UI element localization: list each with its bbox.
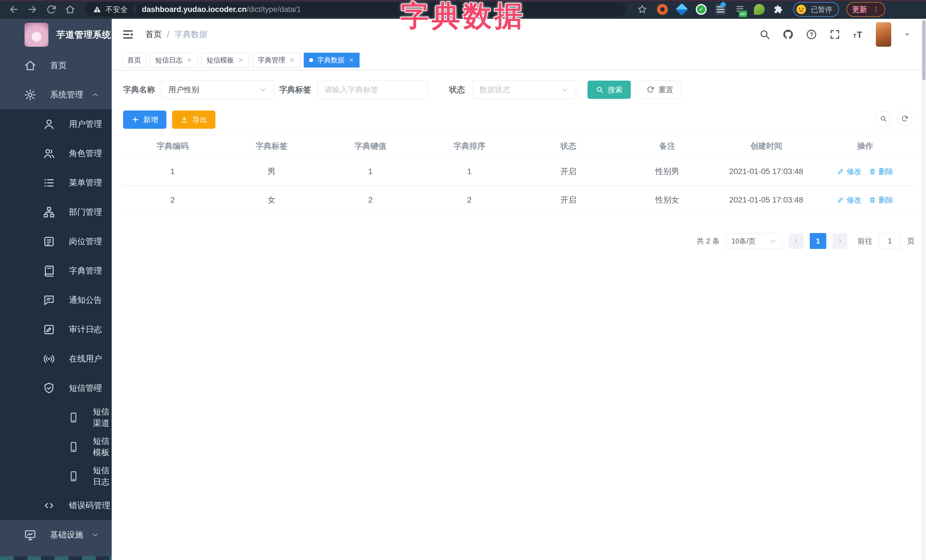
sidebar-item-label: 岗位管理 xyxy=(69,236,102,247)
extension-on-icon[interactable] xyxy=(735,4,745,15)
address-bar[interactable]: 不安全 dashboard.yudao.iocoder.cn /dict/typ… xyxy=(85,2,626,17)
search-button[interactable]: 搜索 xyxy=(587,81,631,99)
sidebar-menu: 首页系统管理用户管理角色管理菜单管理部门管理岗位管理字典管理通知公告审计日志在线… xyxy=(0,51,112,549)
svg-text:T: T xyxy=(853,33,856,39)
sidebar-item-6[interactable]: 部门管理 xyxy=(0,198,112,227)
bookmark-star-icon[interactable] xyxy=(637,4,648,15)
status-placeholder: 数据状态 xyxy=(480,85,510,95)
shield-icon xyxy=(43,382,55,394)
breadcrumb-current: 字典数据 xyxy=(174,29,207,40)
chevron-down-icon[interactable] xyxy=(903,30,911,38)
sidebar-item-9[interactable]: 通知公告 xyxy=(0,285,112,315)
app-logo-row[interactable]: 芋道管理系统 xyxy=(0,19,112,51)
sidebar-item-16[interactable]: 错误码管理 xyxy=(0,491,112,520)
column-header: 操作 xyxy=(816,141,915,151)
export-button[interactable]: 导出 xyxy=(172,110,215,129)
tab-2[interactable]: 短信日志 xyxy=(150,53,198,68)
profile-paused-chip[interactable]: 已暂停 xyxy=(793,2,839,17)
home-icon[interactable] xyxy=(65,4,75,15)
tab-5[interactable]: 字典数据 xyxy=(304,53,360,68)
delete-link[interactable]: 删除 xyxy=(869,195,893,205)
chevron-right-icon xyxy=(837,237,843,245)
close-icon[interactable] xyxy=(289,57,295,63)
back-icon[interactable] xyxy=(9,4,19,15)
delete-link[interactable]: 删除 xyxy=(869,167,893,177)
table-cell: 2 xyxy=(321,195,420,205)
close-icon[interactable] xyxy=(348,57,354,63)
show-search-button[interactable] xyxy=(876,111,891,127)
sidebar-item-13[interactable]: 短信渠道 xyxy=(0,403,112,432)
table-cell: 男 xyxy=(222,166,321,177)
app-title: 芋道管理系统 xyxy=(56,29,111,41)
extension-kite-icon[interactable] xyxy=(676,3,688,16)
scrollbar-thumb[interactable] xyxy=(922,21,925,80)
sidebar-item-2[interactable]: 系统管理 xyxy=(0,80,112,109)
column-header: 字典编码 xyxy=(123,141,222,151)
sidebar-item-17[interactable]: 基础设施 xyxy=(0,520,112,549)
tab-1[interactable]: 首页 xyxy=(122,53,147,68)
fullscreen-icon[interactable] xyxy=(829,29,841,40)
reset-button[interactable]: 重置 xyxy=(638,81,682,99)
sidebar-item-label: 短信日志 xyxy=(93,465,112,488)
kebab-menu-icon[interactable] xyxy=(872,6,879,13)
dict-name-select[interactable]: 用户性别 xyxy=(161,80,274,99)
sidebar-item-4[interactable]: 角色管理 xyxy=(0,139,112,168)
tags-view-bar: 首页短信日志短信模板字典管理字典数据 xyxy=(112,50,921,70)
sidebar-item-7[interactable]: 岗位管理 xyxy=(0,227,112,256)
font-size-icon[interactable]: TT xyxy=(852,29,864,40)
url-host: dashboard.yudao.iocoder.cn xyxy=(142,5,247,14)
dict-label-input[interactable] xyxy=(318,80,427,99)
phone-icon xyxy=(68,471,79,482)
tab-label: 首页 xyxy=(127,56,141,65)
search-icon[interactable] xyxy=(759,29,770,40)
sidebar-item-label: 通知公告 xyxy=(69,294,102,306)
extension-sliders-icon[interactable] xyxy=(715,4,726,15)
extension-check-icon[interactable]: ✓ xyxy=(696,4,707,15)
sidebar-item-1[interactable]: 首页 xyxy=(0,51,112,80)
page-unit-label: 页 xyxy=(907,236,915,246)
sidebar-item-12[interactable]: 短信管理 xyxy=(0,373,112,403)
help-icon[interactable]: ? xyxy=(806,29,817,40)
tab-4[interactable]: 字典管理 xyxy=(253,53,300,68)
page-scrollbar[interactable] xyxy=(921,19,926,560)
goto-page-input[interactable] xyxy=(879,233,901,249)
github-icon[interactable] xyxy=(782,29,794,40)
reload-icon[interactable] xyxy=(46,4,56,15)
forward-icon[interactable] xyxy=(27,4,38,15)
sidebar-item-3[interactable]: 用户管理 xyxy=(0,109,112,139)
sidebar-item-15[interactable]: 短信日志 xyxy=(0,462,112,491)
sidebar-item-label: 系统管理 xyxy=(50,89,83,101)
plus-icon xyxy=(132,116,139,124)
extension-orange-icon[interactable] xyxy=(657,4,668,15)
prev-page-button[interactable] xyxy=(789,233,803,249)
sidebar-item-11[interactable]: 在线用户 xyxy=(0,344,112,373)
page-size-select[interactable]: 10条/页 xyxy=(726,233,782,249)
table-row[interactable]: 2女22开启性别女2021-01-05 17:03:48修改删除 xyxy=(123,186,915,214)
current-page-button[interactable]: 1 xyxy=(810,233,826,249)
tab-3[interactable]: 短信模板 xyxy=(201,53,249,68)
search-icon xyxy=(596,86,604,94)
extension-leaf-icon[interactable] xyxy=(754,4,765,15)
refresh-table-button[interactable] xyxy=(897,111,912,127)
dict-data-table: 字典编码字典标签字典键值字典排序状态备注创建时间操作1男11开启性别男2021-… xyxy=(123,134,915,214)
edit-link[interactable]: 修改 xyxy=(837,195,861,205)
browser-update-button[interactable]: 更新 xyxy=(846,2,885,17)
extensions-puzzle-icon[interactable] xyxy=(773,4,784,15)
sidebar-item-10[interactable]: 审计日志 xyxy=(0,315,112,344)
sidebar-item-5[interactable]: 菜单管理 xyxy=(0,168,112,198)
status-select[interactable]: 数据状态 xyxy=(472,80,576,99)
add-button[interactable]: 新增 xyxy=(123,110,166,129)
sidebar-item-8[interactable]: 字典管理 xyxy=(0,256,112,285)
user-avatar[interactable] xyxy=(876,22,891,47)
table-row[interactable]: 1男11开启性别男2021-01-05 17:03:48修改删除 xyxy=(123,157,915,186)
close-icon[interactable] xyxy=(187,57,192,63)
sidebar-item-14[interactable]: 短信模板 xyxy=(0,432,112,462)
next-page-button[interactable] xyxy=(832,233,847,249)
breadcrumb-home[interactable]: 首页 xyxy=(145,29,162,40)
column-header: 备注 xyxy=(618,141,717,151)
edit-link[interactable]: 修改 xyxy=(837,167,861,177)
close-icon[interactable] xyxy=(238,57,244,63)
sidebar-toggle-icon[interactable] xyxy=(122,29,134,41)
table-header-row: 字典编码字典标签字典键值字典排序状态备注创建时间操作 xyxy=(123,135,915,157)
table-cell: 2 xyxy=(123,195,222,205)
